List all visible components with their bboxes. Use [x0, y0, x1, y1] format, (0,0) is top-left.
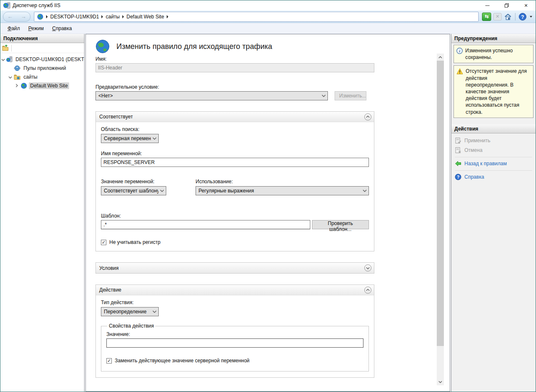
save-connections-icon[interactable] [2, 45, 9, 51]
apply-button[interactable]: Применить [455, 136, 532, 146]
using-label: Использование: [196, 179, 369, 184]
cancel-icon [455, 147, 461, 154]
svg-text:?: ? [521, 14, 524, 20]
navigation-buttons: ← → [3, 12, 31, 22]
scrollbar-thumb[interactable] [437, 61, 444, 346]
checkmark-icon: ✓ [102, 240, 106, 245]
using-select[interactable]: Регулярные выражения [196, 186, 369, 195]
menu-file[interactable]: Файл [4, 24, 24, 33]
home-button[interactable] [504, 13, 512, 20]
back-arrow-icon [455, 160, 461, 167]
conditions-section-title: Условия [99, 265, 364, 271]
main-scrollbar[interactable] [437, 54, 444, 385]
help-button[interactable]: ? [518, 13, 527, 21]
variable-value-select[interactable]: Соответствует шаблону [101, 186, 166, 195]
cancel-button[interactable]: Отмена [455, 146, 532, 155]
scroll-down-button[interactable] [437, 378, 444, 385]
tree-label-server: DESKTOP-U1MK9D1 (DESKTOP [14, 56, 84, 63]
actions-separator [455, 157, 532, 157]
tree-item-app-pools[interactable]: Пулы приложений [0, 64, 84, 72]
collapse-match-button[interactable] [364, 113, 371, 120]
variable-name-input[interactable] [101, 158, 369, 167]
pattern-label: Шаблон: [101, 213, 369, 219]
warning-alert-text: Отсутствует значение для действия переоп… [466, 68, 531, 115]
expand-conditions-button[interactable] [364, 264, 371, 272]
chevron-down-icon [322, 95, 326, 97]
window-title: Диспетчер служб IIS [13, 3, 478, 8]
test-pattern-button[interactable]: Проверить шаблон... [312, 220, 369, 229]
minimize-button[interactable] [478, 0, 497, 10]
refresh-button[interactable]: ⇆ [482, 13, 491, 21]
back-to-rules-link[interactable]: Назад к правилам [455, 159, 532, 169]
minimize-icon [485, 5, 490, 6]
page-globe-icon [95, 39, 110, 54]
breadcrumb-server[interactable]: DESKTOP-U1MK9D1 [49, 14, 100, 20]
restore-button[interactable] [497, 0, 516, 10]
menu-mode[interactable]: Режим [25, 24, 48, 33]
tree-item-server[interactable]: DESKTOP-U1MK9D1 (DESKTOP [0, 55, 84, 64]
connections-panel: Подключения [0, 34, 85, 392]
warning-icon [456, 68, 463, 74]
forward-button[interactable]: → [21, 14, 26, 19]
breadcrumb-site[interactable]: Default Web Site [125, 14, 166, 20]
close-button[interactable]: × [516, 0, 536, 10]
scope-label: Область поиска: [101, 126, 369, 132]
connections-tree: DESKTOP-U1MK9D1 (DESKTOP Пулы приложений [0, 53, 84, 392]
connections-header: Подключения [0, 34, 84, 43]
toolbar-separator [515, 13, 515, 20]
name-label: Имя: [95, 56, 366, 62]
info-alert: i Изменения успешно сохранены. [454, 45, 533, 63]
tree-item-sites[interactable]: сайты [0, 72, 84, 81]
info-alert-text: Изменения успешно сохранены. [465, 47, 531, 61]
main-content-panel: Изменить правило для исходящего трафика … [85, 34, 450, 392]
address-toolbar: ⇆ ✕ ? [482, 13, 532, 21]
name-input [95, 63, 374, 72]
action-section: Действие Тип действия: Переопределение [95, 284, 374, 378]
action-type-select[interactable]: Переопределение [101, 307, 159, 316]
scope-select[interactable]: Серверная переменн [101, 134, 159, 143]
help-icon: ? [455, 174, 461, 180]
edit-precondition-button[interactable]: Изменить... [335, 91, 366, 100]
menu-help[interactable]: Справка [49, 24, 76, 33]
tree-label-sites: сайты [22, 74, 39, 80]
replace-value-label: Заменить действующее значение серверной … [115, 358, 250, 364]
stop-button[interactable]: ✕ [493, 13, 502, 20]
globe-icon [37, 13, 44, 20]
scroll-up-button[interactable] [437, 54, 444, 61]
actions-separator [455, 170, 532, 171]
variable-value-label: Значение переменной: [101, 179, 196, 184]
breadcrumb-separator-icon [122, 15, 124, 18]
actions-list: Применить Отмена Назад к п [451, 133, 536, 184]
breadcrumb-sites[interactable]: сайты [104, 14, 121, 20]
conditions-section: Условия [95, 262, 374, 274]
action-properties-group: Свойства действия Значение: ✓ Заменить д… [101, 323, 369, 372]
ignore-case-checkbox[interactable]: ✓ [101, 240, 106, 245]
site-globe-icon [21, 82, 27, 89]
ignore-case-label: Не учитывать регистр [109, 239, 160, 245]
help-link[interactable]: ? Справка [455, 172, 532, 182]
chevron-right-icon[interactable] [14, 83, 20, 89]
info-icon: i [456, 48, 463, 54]
match-section: Соответствует Область поиска: Серверная … [95, 111, 374, 251]
iis-app-icon [3, 2, 10, 9]
svg-text:?: ? [457, 175, 459, 179]
chevron-up-icon [366, 289, 370, 291]
collapse-action-button[interactable] [364, 287, 371, 294]
chevron-down-icon [363, 190, 367, 192]
sites-folder-icon [14, 74, 21, 80]
alerts-area: i Изменения успешно сохранены. Отсутству… [451, 43, 536, 124]
tree-item-default-web-site[interactable]: Default Web Site [0, 81, 84, 90]
help-dropdown-caret-icon[interactable] [530, 16, 532, 18]
pattern-input[interactable] [101, 220, 310, 229]
address-field[interactable]: DESKTOP-U1MK9D1 сайты Default Web Site [34, 12, 479, 22]
precondition-select[interactable]: <Нет> [95, 91, 328, 100]
menu-bar: Файл Режим Справка [0, 23, 536, 34]
back-button[interactable]: ← [8, 14, 13, 19]
action-value-input[interactable] [106, 338, 363, 348]
chevron-down-icon [152, 310, 157, 313]
chevron-down-icon[interactable] [7, 74, 13, 80]
replace-value-checkbox[interactable]: ✓ [106, 358, 112, 364]
chevron-down-icon[interactable] [1, 56, 5, 62]
title-bar: Диспетчер служб IIS × [0, 0, 536, 10]
breadcrumb-separator-icon [167, 15, 168, 18]
